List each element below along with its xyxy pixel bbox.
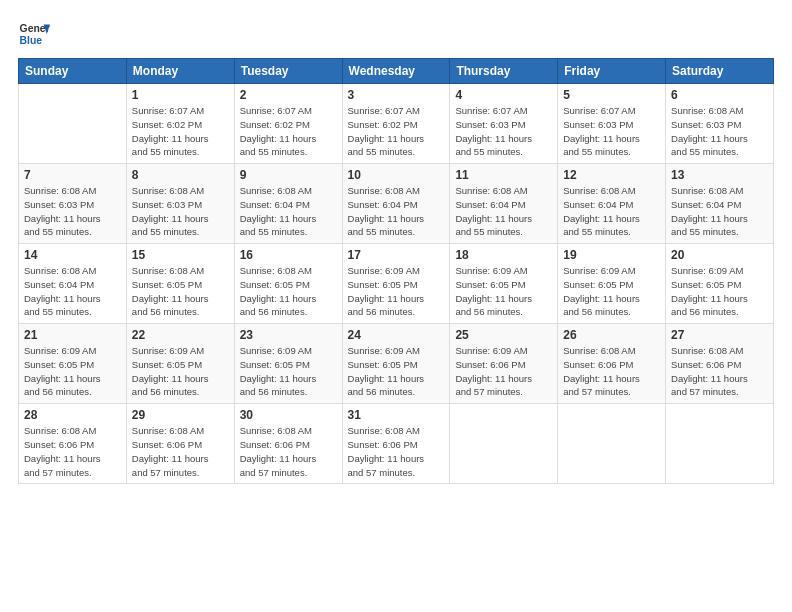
weekday-header: Sunday bbox=[19, 59, 127, 84]
day-info: Sunrise: 6:09 AMSunset: 6:05 PMDaylight:… bbox=[455, 264, 552, 319]
calendar-cell: 24Sunrise: 6:09 AMSunset: 6:05 PMDayligh… bbox=[342, 324, 450, 404]
calendar-cell: 4Sunrise: 6:07 AMSunset: 6:03 PMDaylight… bbox=[450, 84, 558, 164]
day-info: Sunrise: 6:08 AMSunset: 6:04 PMDaylight:… bbox=[455, 184, 552, 239]
day-info: Sunrise: 6:08 AMSunset: 6:06 PMDaylight:… bbox=[132, 424, 229, 479]
week-row: 21Sunrise: 6:09 AMSunset: 6:05 PMDayligh… bbox=[19, 324, 774, 404]
weekday-header: Tuesday bbox=[234, 59, 342, 84]
day-number: 19 bbox=[563, 248, 660, 262]
day-number: 29 bbox=[132, 408, 229, 422]
weekday-header: Wednesday bbox=[342, 59, 450, 84]
calendar-cell: 22Sunrise: 6:09 AMSunset: 6:05 PMDayligh… bbox=[126, 324, 234, 404]
week-row: 28Sunrise: 6:08 AMSunset: 6:06 PMDayligh… bbox=[19, 404, 774, 484]
day-number: 16 bbox=[240, 248, 337, 262]
day-number: 9 bbox=[240, 168, 337, 182]
day-number: 30 bbox=[240, 408, 337, 422]
calendar-cell: 17Sunrise: 6:09 AMSunset: 6:05 PMDayligh… bbox=[342, 244, 450, 324]
calendar-cell: 15Sunrise: 6:08 AMSunset: 6:05 PMDayligh… bbox=[126, 244, 234, 324]
day-number: 17 bbox=[348, 248, 445, 262]
calendar-cell: 11Sunrise: 6:08 AMSunset: 6:04 PMDayligh… bbox=[450, 164, 558, 244]
day-info: Sunrise: 6:09 AMSunset: 6:05 PMDaylight:… bbox=[24, 344, 121, 399]
calendar-cell: 26Sunrise: 6:08 AMSunset: 6:06 PMDayligh… bbox=[558, 324, 666, 404]
day-info: Sunrise: 6:07 AMSunset: 6:02 PMDaylight:… bbox=[240, 104, 337, 159]
day-info: Sunrise: 6:08 AMSunset: 6:06 PMDaylight:… bbox=[24, 424, 121, 479]
day-number: 7 bbox=[24, 168, 121, 182]
calendar-cell: 20Sunrise: 6:09 AMSunset: 6:05 PMDayligh… bbox=[666, 244, 774, 324]
calendar-cell: 13Sunrise: 6:08 AMSunset: 6:04 PMDayligh… bbox=[666, 164, 774, 244]
day-info: Sunrise: 6:09 AMSunset: 6:06 PMDaylight:… bbox=[455, 344, 552, 399]
day-info: Sunrise: 6:08 AMSunset: 6:06 PMDaylight:… bbox=[240, 424, 337, 479]
calendar-cell: 1Sunrise: 6:07 AMSunset: 6:02 PMDaylight… bbox=[126, 84, 234, 164]
calendar-cell: 3Sunrise: 6:07 AMSunset: 6:02 PMDaylight… bbox=[342, 84, 450, 164]
day-info: Sunrise: 6:08 AMSunset: 6:05 PMDaylight:… bbox=[132, 264, 229, 319]
day-number: 25 bbox=[455, 328, 552, 342]
day-info: Sunrise: 6:09 AMSunset: 6:05 PMDaylight:… bbox=[348, 264, 445, 319]
header: General Blue bbox=[18, 18, 774, 50]
calendar-cell: 31Sunrise: 6:08 AMSunset: 6:06 PMDayligh… bbox=[342, 404, 450, 484]
calendar-cell bbox=[19, 84, 127, 164]
day-number: 20 bbox=[671, 248, 768, 262]
day-number: 8 bbox=[132, 168, 229, 182]
calendar-cell: 2Sunrise: 6:07 AMSunset: 6:02 PMDaylight… bbox=[234, 84, 342, 164]
day-number: 14 bbox=[24, 248, 121, 262]
svg-text:Blue: Blue bbox=[20, 35, 43, 46]
calendar-cell: 8Sunrise: 6:08 AMSunset: 6:03 PMDaylight… bbox=[126, 164, 234, 244]
day-info: Sunrise: 6:08 AMSunset: 6:04 PMDaylight:… bbox=[348, 184, 445, 239]
calendar-cell bbox=[450, 404, 558, 484]
calendar-cell: 10Sunrise: 6:08 AMSunset: 6:04 PMDayligh… bbox=[342, 164, 450, 244]
day-number: 13 bbox=[671, 168, 768, 182]
calendar-cell: 25Sunrise: 6:09 AMSunset: 6:06 PMDayligh… bbox=[450, 324, 558, 404]
day-info: Sunrise: 6:08 AMSunset: 6:03 PMDaylight:… bbox=[671, 104, 768, 159]
day-info: Sunrise: 6:07 AMSunset: 6:02 PMDaylight:… bbox=[348, 104, 445, 159]
day-info: Sunrise: 6:08 AMSunset: 6:03 PMDaylight:… bbox=[24, 184, 121, 239]
day-number: 26 bbox=[563, 328, 660, 342]
day-number: 10 bbox=[348, 168, 445, 182]
day-number: 2 bbox=[240, 88, 337, 102]
day-number: 18 bbox=[455, 248, 552, 262]
day-info: Sunrise: 6:08 AMSunset: 6:04 PMDaylight:… bbox=[563, 184, 660, 239]
calendar-cell bbox=[666, 404, 774, 484]
calendar-cell: 28Sunrise: 6:08 AMSunset: 6:06 PMDayligh… bbox=[19, 404, 127, 484]
calendar-cell: 19Sunrise: 6:09 AMSunset: 6:05 PMDayligh… bbox=[558, 244, 666, 324]
day-number: 15 bbox=[132, 248, 229, 262]
calendar-cell: 27Sunrise: 6:08 AMSunset: 6:06 PMDayligh… bbox=[666, 324, 774, 404]
day-number: 23 bbox=[240, 328, 337, 342]
calendar-cell: 7Sunrise: 6:08 AMSunset: 6:03 PMDaylight… bbox=[19, 164, 127, 244]
day-info: Sunrise: 6:08 AMSunset: 6:04 PMDaylight:… bbox=[671, 184, 768, 239]
day-info: Sunrise: 6:08 AMSunset: 6:06 PMDaylight:… bbox=[563, 344, 660, 399]
day-number: 28 bbox=[24, 408, 121, 422]
calendar-table: SundayMondayTuesdayWednesdayThursdayFrid… bbox=[18, 58, 774, 484]
day-info: Sunrise: 6:07 AMSunset: 6:03 PMDaylight:… bbox=[563, 104, 660, 159]
day-number: 1 bbox=[132, 88, 229, 102]
day-number: 3 bbox=[348, 88, 445, 102]
day-info: Sunrise: 6:08 AMSunset: 6:06 PMDaylight:… bbox=[671, 344, 768, 399]
calendar-cell: 21Sunrise: 6:09 AMSunset: 6:05 PMDayligh… bbox=[19, 324, 127, 404]
calendar-cell: 6Sunrise: 6:08 AMSunset: 6:03 PMDaylight… bbox=[666, 84, 774, 164]
weekday-header: Friday bbox=[558, 59, 666, 84]
day-number: 5 bbox=[563, 88, 660, 102]
week-row: 7Sunrise: 6:08 AMSunset: 6:03 PMDaylight… bbox=[19, 164, 774, 244]
day-info: Sunrise: 6:09 AMSunset: 6:05 PMDaylight:… bbox=[563, 264, 660, 319]
day-number: 12 bbox=[563, 168, 660, 182]
day-number: 27 bbox=[671, 328, 768, 342]
day-info: Sunrise: 6:08 AMSunset: 6:06 PMDaylight:… bbox=[348, 424, 445, 479]
day-info: Sunrise: 6:08 AMSunset: 6:03 PMDaylight:… bbox=[132, 184, 229, 239]
calendar-cell bbox=[558, 404, 666, 484]
header-row: SundayMondayTuesdayWednesdayThursdayFrid… bbox=[19, 59, 774, 84]
day-info: Sunrise: 6:09 AMSunset: 6:05 PMDaylight:… bbox=[240, 344, 337, 399]
calendar-cell: 29Sunrise: 6:08 AMSunset: 6:06 PMDayligh… bbox=[126, 404, 234, 484]
weekday-header: Saturday bbox=[666, 59, 774, 84]
day-number: 4 bbox=[455, 88, 552, 102]
calendar-cell: 30Sunrise: 6:08 AMSunset: 6:06 PMDayligh… bbox=[234, 404, 342, 484]
page-container: General Blue SundayMondayTuesdayWednesda… bbox=[0, 0, 792, 494]
day-info: Sunrise: 6:09 AMSunset: 6:05 PMDaylight:… bbox=[348, 344, 445, 399]
day-number: 21 bbox=[24, 328, 121, 342]
logo-icon: General Blue bbox=[18, 18, 50, 50]
day-info: Sunrise: 6:09 AMSunset: 6:05 PMDaylight:… bbox=[132, 344, 229, 399]
day-info: Sunrise: 6:07 AMSunset: 6:03 PMDaylight:… bbox=[455, 104, 552, 159]
day-info: Sunrise: 6:08 AMSunset: 6:05 PMDaylight:… bbox=[240, 264, 337, 319]
calendar-cell: 16Sunrise: 6:08 AMSunset: 6:05 PMDayligh… bbox=[234, 244, 342, 324]
weekday-header: Monday bbox=[126, 59, 234, 84]
calendar-cell: 23Sunrise: 6:09 AMSunset: 6:05 PMDayligh… bbox=[234, 324, 342, 404]
calendar-cell: 14Sunrise: 6:08 AMSunset: 6:04 PMDayligh… bbox=[19, 244, 127, 324]
week-row: 14Sunrise: 6:08 AMSunset: 6:04 PMDayligh… bbox=[19, 244, 774, 324]
